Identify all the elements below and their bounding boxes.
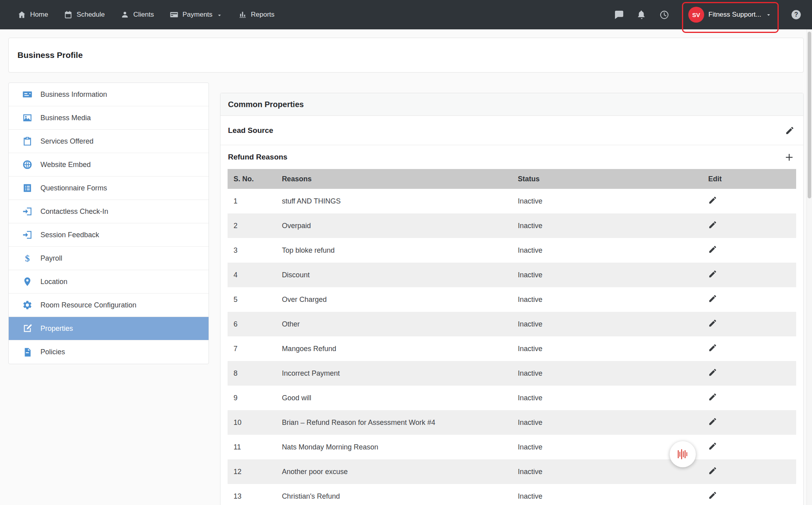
bell-icon[interactable] xyxy=(637,10,647,20)
cell-reason: Incorrect Payment xyxy=(276,369,512,378)
plus-icon xyxy=(784,152,795,163)
media-icon xyxy=(22,113,33,123)
table-row: 9 Good will Inactive xyxy=(228,386,796,410)
sidebar-item-contactless-check-in[interactable]: Contactless Check-In xyxy=(9,200,209,223)
edit-reason-button[interactable] xyxy=(708,417,717,426)
cell-sno: 1 xyxy=(228,197,276,205)
document-icon xyxy=(22,347,33,357)
nav-item-payments[interactable]: Payments xyxy=(170,10,222,19)
refund-reasons-table: S. No. Reasons Status Edit 1 stuff AND T… xyxy=(228,169,796,505)
table-row: 2 Overpaid Inactive xyxy=(228,213,796,238)
pencil-icon xyxy=(708,368,717,377)
page-title-bar: Business Profile xyxy=(8,38,804,73)
table-row: 1 stuff AND THINGS Inactive xyxy=(228,189,796,213)
sidebar-item-session-feedback[interactable]: Session Feedback xyxy=(9,223,209,247)
edit-reason-button[interactable] xyxy=(708,442,717,451)
sidebar-item-room-resource-configuration[interactable]: Room Resource Configuration xyxy=(9,294,209,317)
scrollbar-thumb[interactable] xyxy=(808,32,811,198)
cell-sno: 12 xyxy=(228,468,276,476)
sidebar-item-location[interactable]: Location xyxy=(9,270,209,294)
cell-sno: 13 xyxy=(228,492,276,501)
common-properties-card: Common Properties Lead Source Refund Rea… xyxy=(220,93,804,505)
table-row: 3 Top bloke refund Inactive xyxy=(228,238,796,263)
sidebar-item-business-information[interactable]: Business Information xyxy=(9,83,209,106)
calendar-icon xyxy=(64,10,73,19)
account-menu[interactable]: SV Fitness Support... xyxy=(684,4,776,25)
cell-reason: Other xyxy=(276,320,512,328)
nav-item-reports[interactable]: Reports xyxy=(238,10,275,19)
page-title: Business Profile xyxy=(17,50,83,60)
nav-item-schedule[interactable]: Schedule xyxy=(64,10,105,19)
sidebar-item-label: Contactless Check-In xyxy=(40,207,108,216)
cell-reason: Nats Monday Morning Reason xyxy=(276,443,512,451)
cell-reason: Christian's Refund xyxy=(276,492,512,501)
cell-status: Inactive xyxy=(512,394,702,402)
cell-status: Inactive xyxy=(512,246,702,255)
sidebar-item-policies[interactable]: Policies xyxy=(9,340,209,364)
edit-reason-button[interactable] xyxy=(708,269,717,278)
floating-widget-button[interactable] xyxy=(670,441,696,467)
sidebar-item-services-offered[interactable]: Services Offered xyxy=(9,130,209,153)
sidebar-item-payroll[interactable]: $ Payroll xyxy=(9,247,209,270)
edit-reason-button[interactable] xyxy=(708,368,717,377)
table-row: 12 Another poor excuse Inactive xyxy=(228,459,796,484)
sidebar-item-business-media[interactable]: Business Media xyxy=(9,106,209,130)
edit-reason-button[interactable] xyxy=(708,466,717,475)
edit-reason-button[interactable] xyxy=(708,343,717,352)
table-header-row: S. No. Reasons Status Edit xyxy=(228,169,796,189)
lead-source-label: Lead Source xyxy=(228,126,273,135)
card-title: Common Properties xyxy=(228,100,304,109)
header-status: Status xyxy=(512,175,702,183)
edit-reason-button[interactable] xyxy=(708,196,717,205)
nav-item-home[interactable]: Home xyxy=(17,10,48,19)
scrollbar[interactable] xyxy=(806,29,812,505)
nav-item-label: Home xyxy=(30,11,48,19)
nav-item-label: Clients xyxy=(133,11,154,19)
cell-status: Inactive xyxy=(512,222,702,230)
pencil-icon xyxy=(708,417,717,426)
sidebar-item-questionnaire-forms[interactable]: Questionnaire Forms xyxy=(9,177,209,200)
cell-status: Inactive xyxy=(512,271,702,279)
sidebar-item-label: Properties xyxy=(40,325,73,333)
svg-text:?: ? xyxy=(794,11,798,18)
credit-card-icon xyxy=(170,10,178,19)
help-icon[interactable]: ? xyxy=(791,9,802,20)
pencil-icon xyxy=(708,343,717,352)
sidebar-item-website-embed[interactable]: Website Embed xyxy=(9,153,209,177)
id-card-icon xyxy=(22,89,33,100)
sidebar-item-label: Session Feedback xyxy=(40,231,99,239)
refund-reasons-section: Refund Reasons xyxy=(220,145,803,169)
sidebar-item-properties[interactable]: Properties xyxy=(9,317,209,340)
edit-reason-button[interactable] xyxy=(708,220,717,229)
clock-icon[interactable] xyxy=(659,10,669,20)
sidebar-item-label: Questionnaire Forms xyxy=(40,184,107,192)
edit-reason-button[interactable] xyxy=(708,491,717,500)
avatar: SV xyxy=(688,7,704,23)
edit-reason-button[interactable] xyxy=(708,319,717,328)
avatar-initials: SV xyxy=(692,12,700,18)
edit-lead-source-button[interactable] xyxy=(785,126,795,135)
cell-reason: Overpaid xyxy=(276,222,512,230)
settings-sidebar: Business Information Business Media Serv… xyxy=(8,83,209,364)
nav-item-label: Payments xyxy=(182,11,213,19)
pencil-icon xyxy=(708,269,717,278)
bar-chart-icon xyxy=(238,10,247,19)
nav-item-clients[interactable]: Clients xyxy=(121,10,154,19)
pencil-icon xyxy=(708,491,717,500)
edit-reason-button[interactable] xyxy=(708,294,717,303)
main-nav: Home Schedule Clients Payments Reports xyxy=(17,10,274,19)
edit-reason-button[interactable] xyxy=(708,245,717,254)
sidebar-item-label: Website Embed xyxy=(40,161,91,169)
cell-reason: Brian – Refund Reason for Assessment Wor… xyxy=(276,419,512,427)
nav-item-label: Schedule xyxy=(77,11,105,19)
sidebar-item-label: Location xyxy=(40,278,67,286)
cell-reason: Discount xyxy=(276,271,512,279)
add-refund-reason-button[interactable] xyxy=(784,152,795,163)
edit-reason-button[interactable] xyxy=(708,392,717,401)
cell-reason: Another poor excuse xyxy=(276,468,512,476)
header-reasons: Reasons xyxy=(276,175,512,183)
chat-icon[interactable] xyxy=(614,10,624,20)
form-icon xyxy=(22,183,33,193)
cell-reason: Over Charged xyxy=(276,296,512,304)
table-row: 7 Mangoes Refund Inactive xyxy=(228,336,796,361)
